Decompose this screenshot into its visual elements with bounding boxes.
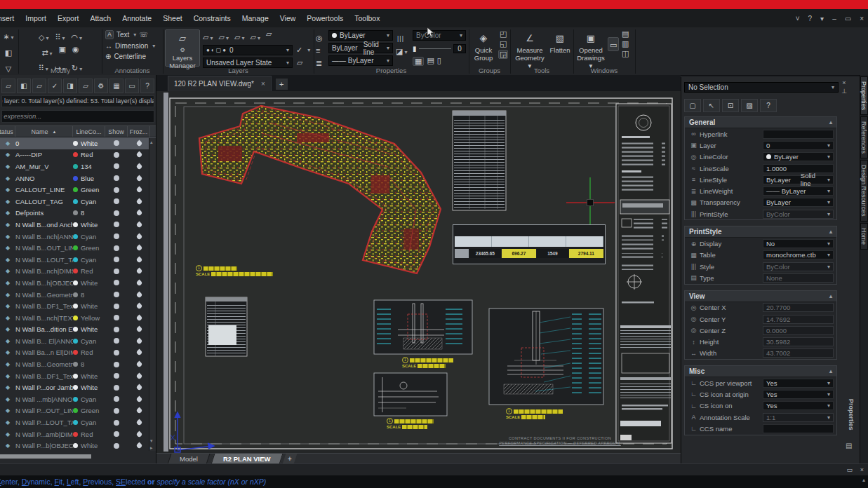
layer-frozen-toggle[interactable]	[128, 141, 150, 146]
menu-item-constraints[interactable]: Constraints	[188, 14, 236, 22]
settings-icon[interactable]: ⚙	[94, 79, 108, 93]
layer-row[interactable]: ◆N Wall B...Geometry8	[0, 358, 156, 370]
caret-down-icon[interactable]: ▾	[62, 35, 65, 41]
layer-linecolor[interactable]: Cyan	[73, 395, 105, 403]
layer-show-toggle[interactable]	[105, 373, 128, 379]
layer-linecolor[interactable]: Cyan	[73, 233, 105, 240]
property-field-ccs-name[interactable]	[763, 424, 834, 433]
menu-item-import[interactable]: Import	[20, 14, 52, 22]
layer-frozen-toggle[interactable]	[128, 269, 150, 273]
callout-icon[interactable]: ☏	[139, 32, 148, 39]
caret-down-icon[interactable]: ▾	[210, 35, 213, 41]
wall-detail-a[interactable]	[374, 300, 472, 354]
layer-linecolor[interactable]: White	[73, 302, 105, 310]
caret-down-icon[interactable]: ▾	[133, 32, 136, 38]
minimize-icon[interactable]: –	[832, 15, 836, 22]
property-field-linestyle[interactable]: ByLayerSolid line▾	[763, 175, 834, 184]
layer-show-toggle[interactable]	[105, 257, 128, 262]
layer-frozen-toggle[interactable]	[128, 327, 150, 332]
new-document-tab-button[interactable]: +	[276, 79, 288, 90]
palette-tab-properties[interactable]: Properties	[860, 76, 868, 115]
layer-linecolor[interactable]: 8	[73, 209, 105, 217]
edit-group-icon[interactable]: ◰	[500, 30, 507, 38]
layer-linecolor[interactable]: Cyan	[73, 337, 105, 345]
layer-show-toggle[interactable]	[105, 163, 128, 169]
layer-linecolor[interactable]: White	[73, 325, 105, 333]
layout-tab-model[interactable]: Model	[168, 454, 211, 464]
menu-item-annotate[interactable]: Annotate	[116, 14, 157, 22]
layer-row[interactable]: ◆AM_Mur_V134	[0, 161, 156, 172]
layer-linecolor[interactable]: White	[73, 442, 105, 449]
merge-layer-icon[interactable]: ▦	[109, 79, 123, 93]
stretch-icon[interactable]: ⇄	[41, 48, 48, 57]
fillet-icon[interactable]: ◠	[71, 33, 78, 41]
layer-states-icon[interactable]: ◧	[17, 79, 31, 93]
draw-tool-icon[interactable]: ∗	[3, 32, 9, 41]
property-field-cs-icon-at-origin[interactable]: Yes▾	[763, 390, 834, 399]
column-schedule-table[interactable]	[206, 297, 247, 356]
layer-linecolor[interactable]: Red	[73, 267, 105, 275]
explode-icon[interactable]: ◉	[72, 46, 79, 58]
layer-linecolor[interactable]: Green	[73, 186, 105, 194]
line-color-dropdown[interactable]: ByLayer ▾	[328, 30, 393, 41]
layer-frozen-toggle[interactable]	[128, 408, 150, 413]
properties-bottom-tab[interactable]: Properties	[845, 390, 855, 439]
layer-linecolor[interactable]: Red	[73, 151, 105, 158]
layer-linecolor[interactable]: White	[73, 221, 105, 229]
layer-frozen-toggle[interactable]	[128, 385, 150, 390]
layer-frozen-toggle[interactable]	[128, 292, 150, 297]
caret-down-icon[interactable]: ▾	[50, 50, 53, 57]
palette-tab-design-resources[interactable]: Design Resources	[860, 160, 868, 222]
layer-show-toggle[interactable]	[105, 338, 128, 344]
layer-row[interactable]: ◆N Wall P...OUT_LINEGreen	[0, 405, 156, 417]
text-button[interactable]: Text	[116, 31, 129, 39]
palette-tab-references[interactable]: References	[860, 116, 868, 158]
layer-row[interactable]: ◆N Wall B...nch|DIMSRed	[0, 266, 156, 278]
section-header-printstyle[interactable]: PrintStyle▴	[685, 226, 836, 238]
layer-frozen-toggle[interactable]	[128, 316, 150, 320]
print-style-dropdown[interactable]: ByColor ▾	[413, 30, 466, 41]
layer-isolate-icon[interactable]: ▱	[250, 33, 255, 41]
wall-detail-b[interactable]	[374, 373, 447, 416]
scroll-up-icon[interactable]: ▴	[150, 140, 153, 145]
layer-lock-icon[interactable]: ▱	[234, 33, 240, 41]
collapse-section-icon[interactable]: ▴	[829, 293, 832, 299]
layer-row[interactable]: ◆N Wall Ba...n El|DIMSRed	[0, 347, 156, 359]
property-field-style[interactable]: ByColor▾	[763, 262, 834, 271]
menu-item-manage[interactable]: Manage	[236, 14, 274, 22]
menu-item-powertools[interactable]: Powertools	[301, 14, 349, 22]
scroll-right-icon[interactable]: ▸	[150, 445, 153, 451]
layer-show-toggle[interactable]	[105, 292, 128, 297]
menu-item-view[interactable]: View	[274, 14, 302, 22]
property-field-linecolor[interactable]: ByLayer▾	[763, 152, 834, 161]
layer-show-toggle[interactable]	[105, 140, 128, 146]
layer-linecolor[interactable]: White	[73, 384, 105, 391]
group-select-icon[interactable]: ◲	[498, 50, 508, 59]
layer-frozen-toggle[interactable]	[128, 304, 150, 309]
dimension-icon[interactable]: ↔	[105, 43, 112, 50]
property-field-cs-icon-on[interactable]: Yes▾	[763, 401, 834, 410]
section-header-general[interactable]: General▴	[685, 117, 836, 128]
array-icon[interactable]: ⠿	[55, 33, 60, 41]
layer-frozen-toggle[interactable]	[128, 257, 150, 262]
ribbon-collapse-icon[interactable]: ˅	[796, 15, 800, 22]
layer-row[interactable]: ◆N Wall B...nch|ANNOCyan	[0, 231, 156, 243]
property-field-layer[interactable]: 0▾	[763, 141, 834, 150]
layer-frozen-toggle[interactable]	[128, 374, 150, 379]
layer-frozen-toggle[interactable]	[128, 280, 150, 285]
caret-down-icon[interactable]: ▾	[241, 35, 244, 41]
command-input-row[interactable]: ▭ ×	[0, 463, 868, 475]
layer-preview-icon[interactable]: ▭	[125, 79, 139, 93]
layer-linecolor[interactable]: Cyan	[73, 419, 105, 426]
layer-show-toggle[interactable]	[105, 222, 128, 227]
layer-filter-input[interactable]: Enter expression...	[1, 110, 154, 123]
property-field-table[interactable]: monochrome.ctb▾	[763, 250, 834, 259]
hatch-tool-icon[interactable]: ◧	[5, 48, 12, 57]
column-header-name[interactable]: Name▲	[15, 126, 73, 137]
layer-row[interactable]: ◆N Wall B...DF1_TextWhite	[0, 370, 156, 382]
layer-row[interactable]: ◆0White	[0, 137, 156, 149]
slider-handle-icon[interactable]: ▮	[413, 46, 417, 53]
property-field-ccs-per-viewport[interactable]: Yes▾	[763, 379, 834, 388]
line-weight-dropdown[interactable]: —— ByLayer ▾	[328, 55, 393, 66]
menu-item-insert[interactable]: Insert	[0, 14, 20, 22]
